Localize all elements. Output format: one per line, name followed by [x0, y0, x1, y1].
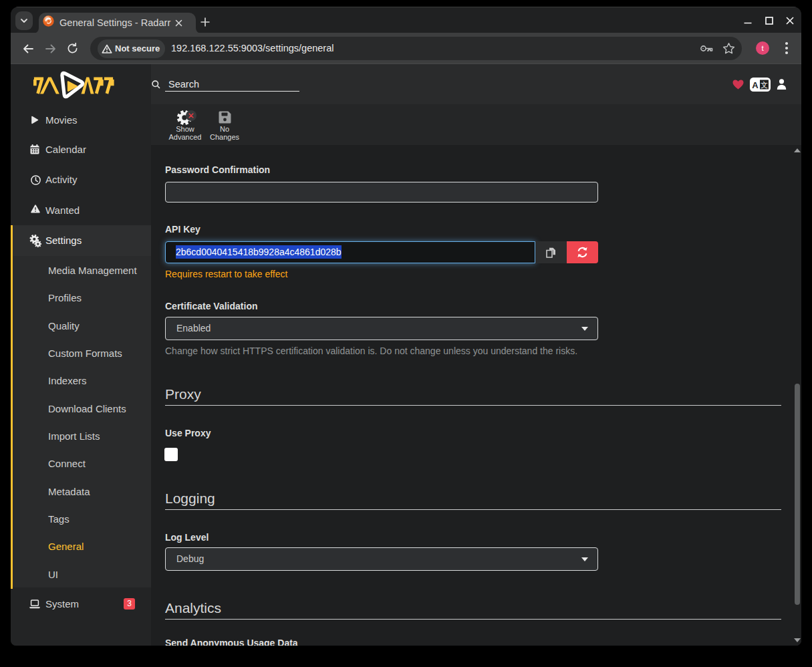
svg-text:文: 文: [761, 81, 768, 89]
svg-text:A: A: [752, 80, 759, 90]
